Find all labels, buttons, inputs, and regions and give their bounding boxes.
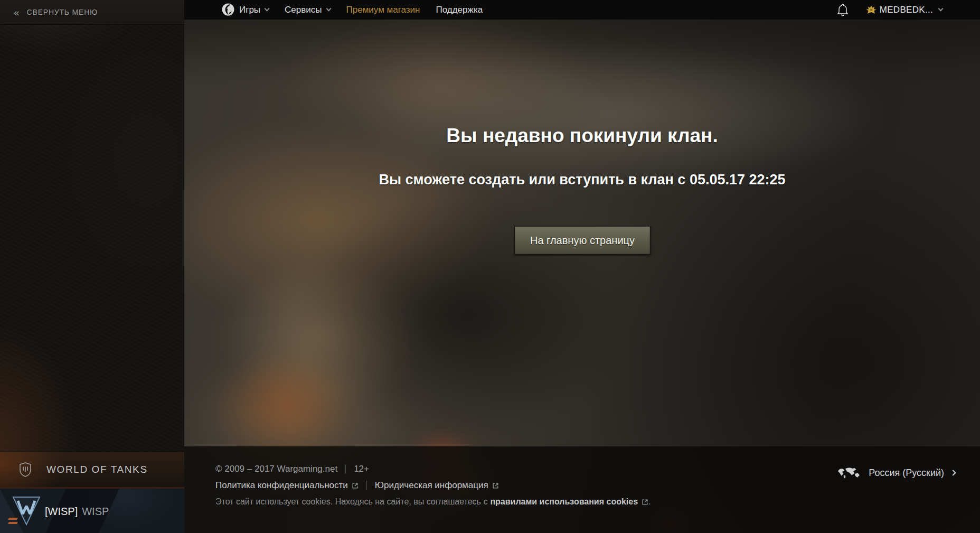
chevron-down-icon [938, 6, 944, 12]
external-link-icon [642, 499, 648, 506]
legal-info-label: Юридическая информация [375, 480, 488, 491]
collapse-menu-button[interactable]: « СВЕРНУТЬ МЕНЮ [0, 0, 184, 25]
notifications-button[interactable] [835, 2, 850, 18]
age-rating-badge: 12+ [354, 464, 369, 474]
wargaming-logo-icon[interactable] [221, 3, 235, 16]
main-nav: Игры Сервисы Премиум магазин Поддержка [239, 0, 483, 20]
user-account-menu[interactable]: MEDBEDK... [866, 5, 943, 15]
user-name: MEDBEDK... [880, 5, 933, 15]
nav-item-label: Поддержка [436, 5, 483, 15]
bell-icon [837, 3, 849, 17]
external-link-icon [492, 482, 499, 489]
footer: © 2009 – 2017 Wargaming.net 12+ Политика… [184, 446, 980, 533]
go-to-homepage-button[interactable]: На главную страницу [514, 226, 651, 255]
clan-name: WISP [82, 506, 109, 518]
cookies-notice-suffix: . [648, 497, 651, 507]
clan-title: [WISP] WISP [45, 489, 109, 533]
cookies-policy-link[interactable]: правилами использования cookies [490, 497, 648, 507]
go-to-homepage-label: На главную страницу [530, 235, 635, 247]
clan-rank-bars-icon [8, 518, 17, 526]
cookies-notice-text: Этот сайт использует cookies. Находясь н… [215, 497, 487, 507]
copyright-text: © 2009 – 2017 Wargaming.net [215, 464, 337, 474]
nav-item-premium-shop[interactable]: Премиум магазин [346, 5, 420, 15]
notice-title: Вы недавно покинули клан. [184, 125, 980, 147]
nav-item-support[interactable]: Поддержка [436, 5, 483, 15]
chevron-down-icon [265, 6, 270, 12]
footer-divider [366, 481, 367, 490]
clan-tag: [WISP] [45, 506, 78, 518]
nav-item-label: Премиум магазин [346, 5, 420, 15]
nav-item-label: Игры [239, 5, 260, 15]
footer-divider [345, 464, 346, 474]
cookies-policy-label: правилами использования cookies [490, 497, 638, 507]
nav-item-services[interactable]: Сервисы [285, 5, 330, 15]
region-selector[interactable]: Россия (Русский) [837, 466, 955, 479]
sidebar: « СВЕРНУТЬ МЕНЮ WORLD OF TANKS [WISP [0, 0, 184, 533]
user-rank-laurel-icon [866, 5, 877, 15]
nav-item-games[interactable]: Игры [239, 5, 269, 15]
game-title-label: WORLD OF TANKS [46, 464, 148, 475]
privacy-policy-link[interactable]: Политика конфиденциальности [215, 480, 359, 491]
nav-item-label: Сервисы [285, 5, 322, 15]
collapse-menu-label: СВЕРНУТЬ МЕНЮ [27, 8, 98, 16]
notice-subtitle: Вы сможете создать или вступить в клан с… [184, 172, 980, 188]
legal-info-link[interactable]: Юридическая информация [375, 480, 499, 491]
chevron-right-icon [950, 470, 956, 475]
clan-portal-page: Игры Сервисы Премиум магазин Поддержка [0, 0, 980, 533]
sidebar-item-world-of-tanks[interactable]: WORLD OF TANKS [0, 452, 184, 487]
region-label: Россия (Русский) [869, 467, 944, 479]
sidebar-item-clan-wisp[interactable]: [WISP] WISP [0, 487, 184, 533]
double-chevron-left-icon: « [14, 7, 20, 17]
topbar-right-group: MEDBEDK... [835, 0, 943, 20]
chevron-down-icon [326, 6, 331, 12]
world-map-icon [837, 466, 861, 479]
footer-left-block: © 2009 – 2017 Wargaming.net 12+ Политика… [215, 464, 651, 507]
external-link-icon [352, 482, 359, 489]
wot-shield-icon [19, 462, 32, 477]
privacy-policy-label: Политика конфиденциальности [215, 480, 348, 491]
top-navigation-bar: Игры Сервисы Премиум магазин Поддержка [184, 0, 980, 20]
